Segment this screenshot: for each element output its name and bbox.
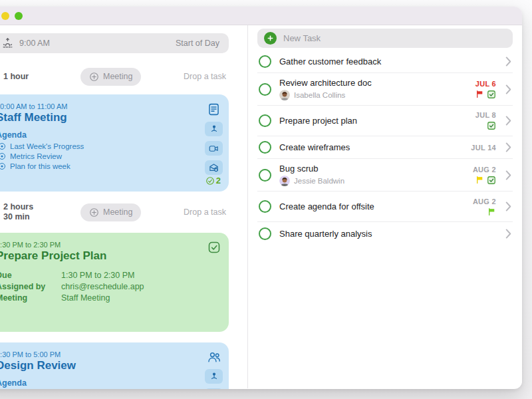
agenda-heading: Agenda (0, 130, 194, 140)
drop-task-zone[interactable]: Drop a task (184, 72, 229, 81)
event-card-staff-meeting[interactable]: 10:00 AM to 11:00 AM Staff Meeting Agend… (0, 94, 229, 192)
task-title: Gather customer feedback (279, 57, 496, 66)
complete-task-circle[interactable] (259, 227, 271, 240)
flag-yellow-icon (475, 176, 484, 184)
checked-count-badge: 2 (205, 176, 221, 186)
assignee-name: Jessie Baldwin (294, 177, 344, 185)
event-title: Design Review (0, 359, 194, 372)
due-date: AUG 2 (473, 198, 496, 205)
circle-dot-icon (0, 162, 6, 170)
task-title: Prepare project plan (279, 116, 467, 126)
zoom-button[interactable] (15, 12, 23, 20)
avatar (279, 176, 290, 186)
video-camera-icon[interactable] (205, 141, 223, 156)
assignee-name: Isabella Collins (294, 91, 345, 99)
task-row[interactable]: Share quarterly analysis (257, 222, 513, 245)
complete-task-circle[interactable] (259, 169, 271, 182)
add-meeting-label: Meeting (103, 72, 132, 81)
complete-task-circle[interactable] (259, 200, 271, 213)
joystick-icon[interactable] (205, 369, 223, 384)
task-title: Review architecture doc (279, 78, 467, 88)
task-row[interactable]: Create agenda for offsite AUG 2 (257, 192, 513, 222)
drop-task-zone[interactable]: Drop a task (184, 207, 229, 217)
start-of-day-bar[interactable]: 9:00 AM Start of Day (0, 33, 229, 53)
new-task-placeholder: New Task (283, 33, 321, 43)
title-bar (0, 7, 522, 25)
task-row[interactable]: Review architecture doc Isabella Collins… (257, 73, 513, 106)
schedule-gap: 1 hour Meeting Drop a task (0, 66, 229, 86)
circle-dot-icon (0, 142, 6, 150)
flag-green-icon (487, 207, 496, 216)
chevron-right-icon[interactable] (505, 142, 513, 152)
schedule-panel: 9:00 AM Start of Day 1 hour Meeting (0, 25, 247, 388)
task-title: Create agenda for offsite (279, 201, 465, 211)
due-date: JUL 8 (475, 111, 496, 119)
task-panel: New Task Gather customer feedback Review… (247, 25, 522, 388)
chevron-right-icon[interactable] (505, 229, 513, 239)
avatar (279, 90, 290, 100)
chevron-right-icon[interactable] (505, 84, 513, 94)
sunrise-icon (2, 38, 13, 49)
event-card-prepare-project-plan[interactable]: 1:30 PM to 2:30 PM Prepare Project Plan … (0, 233, 229, 332)
due-date: JUL 14 (471, 144, 496, 152)
task-checkbox-icon (487, 176, 496, 185)
event-field: Due 1:30 PM to 2:30 PM (0, 271, 194, 280)
agenda-list: Last Week's Progress Metrics Review Plan… (0, 142, 194, 170)
gap-duration: 1 hour (3, 72, 62, 82)
task-title: Share quarterly analysis (279, 229, 496, 239)
add-meeting-button[interactable]: Meeting (80, 68, 141, 86)
event-title: Prepare Project Plan (0, 249, 194, 263)
due-date: JUL 6 (475, 80, 496, 88)
task-checkbox-icon (487, 90, 496, 99)
app-window: 9:00 AM Start of Day 1 hour Meeting (0, 7, 522, 389)
start-of-day-label: Start of Day (176, 39, 219, 48)
new-task-input[interactable]: New Task (257, 29, 513, 48)
agenda-item: Metrics Review (0, 152, 194, 160)
complete-task-circle[interactable] (259, 55, 271, 68)
agenda-item: Plan for this week (0, 162, 194, 170)
agenda-item: Last Week's Progress (0, 142, 194, 150)
circle-plus-icon (89, 207, 99, 217)
people-icon (206, 350, 222, 364)
event-time: 10:00 AM to 11:00 AM (0, 102, 194, 110)
due-date: AUG 2 (473, 166, 496, 174)
chevron-right-icon[interactable] (505, 170, 513, 180)
agenda-heading: Agenda (0, 378, 194, 388)
gap-duration: 2 hours 30 min (3, 202, 62, 222)
task-title: Create wireframes (279, 142, 463, 152)
task-checkbox-icon (487, 121, 496, 130)
task-row[interactable]: Prepare project plan JUL 8 (257, 106, 513, 136)
chevron-right-icon[interactable] (505, 116, 513, 126)
task-row[interactable]: Create wireframes JUL 14 (257, 136, 513, 159)
event-time: 2:30 PM to 5:00 PM (0, 350, 194, 358)
circle-dot-icon (0, 152, 6, 160)
start-time: 9:00 AM (19, 39, 50, 48)
task-row[interactable]: Gather customer feedback (257, 51, 513, 73)
event-time: 1:30 PM to 2:30 PM (0, 241, 194, 249)
task-list: Gather customer feedback Review architec… (257, 51, 513, 245)
add-meeting-button[interactable]: Meeting (80, 203, 141, 221)
video-camera-icon[interactable] (205, 388, 223, 389)
plus-icon (264, 32, 277, 45)
event-field: Meeting Staff Meeting (0, 293, 194, 303)
flag-red-icon (475, 90, 484, 98)
chevron-right-icon[interactable] (505, 57, 513, 66)
schedule-gap: 2 hours 30 min Meeting Drop a task (0, 202, 229, 222)
task-title: Bug scrub (279, 164, 465, 174)
circle-plus-icon (89, 72, 99, 82)
event-title: Staff Meeting (0, 111, 194, 124)
mail-settings-icon[interactable] (205, 160, 223, 175)
complete-task-circle[interactable] (259, 114, 271, 127)
note-icon (206, 102, 221, 117)
traffic-lights (0, 12, 23, 20)
joystick-icon[interactable] (205, 122, 223, 136)
minimize-button[interactable] (1, 12, 9, 20)
add-meeting-label: Meeting (103, 207, 132, 217)
complete-task-circle[interactable] (259, 83, 271, 96)
checkbox-icon (207, 241, 221, 254)
task-row[interactable]: Bug scrub Jessie Baldwin AUG 2 (257, 159, 513, 192)
event-field: Assigned by chris@reschedule.app (0, 282, 194, 291)
event-card-design-review[interactable]: 2:30 PM to 5:00 PM Design Review Agenda … (0, 342, 229, 389)
complete-task-circle[interactable] (259, 141, 271, 154)
chevron-right-icon[interactable] (505, 201, 513, 211)
